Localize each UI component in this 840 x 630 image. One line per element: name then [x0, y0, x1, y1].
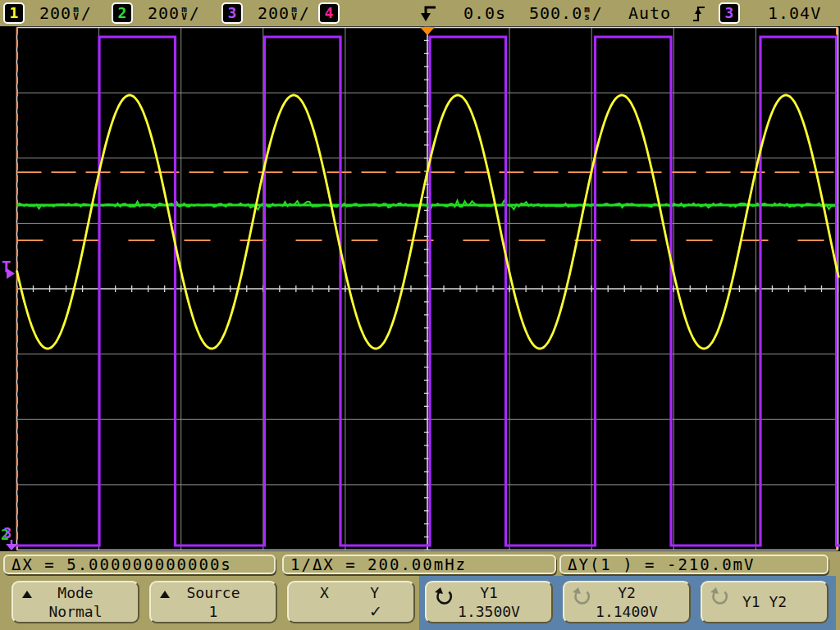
channel-4-badge: 4: [318, 2, 340, 24]
channel-1-scale-value: 200: [39, 3, 71, 23]
milli-volt-unit: mV: [73, 6, 80, 21]
channel-3-scale-value: 200: [258, 3, 290, 23]
channel-1-badge: 1: [3, 2, 25, 24]
y1-softkey[interactable]: Y1 1.3500V: [425, 581, 553, 623]
softkey-label: Source: [151, 584, 276, 601]
inv-delta-x-readout: 1/ΔX = 200.00mHz: [282, 555, 556, 574]
channel-3-badge: 3: [221, 2, 243, 24]
scope-display: T23: [0, 26, 840, 551]
svg-text:3: 3: [3, 525, 11, 541]
timebase-readout: 500.0ms/: [529, 0, 603, 26]
trigger-position-icon: [418, 4, 438, 25]
softkey-label: Y2: [564, 584, 689, 601]
per-div-slash: /: [299, 3, 310, 23]
delta-y-readout: ΔY(1 ) = -210.0mV: [559, 555, 829, 574]
check-icon: ✓: [369, 602, 382, 620]
per-div-slash: /: [81, 3, 92, 23]
timebase-value: 500.0: [529, 3, 582, 23]
y1y2-softkey[interactable]: Y1 Y2: [701, 581, 829, 623]
top-status-bar: 1 200mV/ 2 200mV/ 3 200mV/ 4 0.0s 500.0m…: [0, 0, 840, 26]
channel-1-scale: 200mV/: [39, 0, 92, 26]
trigger-rising-edge-icon: [692, 5, 705, 22]
per-div-slash: /: [189, 3, 200, 23]
channel-2-scale-value: 200: [148, 3, 180, 23]
milli-volt-unit: mV: [181, 6, 188, 21]
channel-2-scale: 200mV/: [148, 0, 200, 26]
y2-softkey[interactable]: Y2 1.1400V: [563, 581, 691, 623]
y-cursor-option: Y: [370, 584, 379, 601]
per-div-slash: /: [592, 3, 603, 23]
mode-softkey[interactable]: Mode Normal: [11, 581, 139, 623]
softkey-value: 1.1400V: [564, 603, 689, 620]
softkey-value: 1: [151, 603, 276, 620]
delay-readout: 0.0s: [463, 0, 506, 26]
delta-x-readout: ΔX = 5.000000000000s: [3, 555, 276, 574]
oscilloscope-screen: 1 200mV/ 2 200mV/ 3 200mV/ 4 0.0s 500.0m…: [0, 0, 840, 630]
x-cursor-option: X: [320, 584, 329, 601]
cursor-xy-softkey[interactable]: X Y ✓: [287, 581, 415, 623]
softkey-value: 1.3500V: [427, 603, 551, 620]
channel-2-badge: 2: [112, 2, 133, 24]
softkey-label: Mode: [13, 584, 138, 601]
trigger-source-badge: 3: [719, 2, 740, 24]
channel-3-scale: 200mV/: [258, 0, 310, 26]
milli-second-unit: ms: [584, 6, 591, 21]
milli-volt-unit: mV: [291, 6, 298, 21]
trigger-mode-readout: Auto: [628, 0, 671, 26]
source-softkey[interactable]: Source 1: [149, 581, 277, 623]
softkey-label: Y1: [427, 584, 551, 601]
trigger-level-readout: 1.04V: [768, 0, 821, 26]
softkey-label: Y1 Y2: [702, 593, 827, 610]
softkey-value: Normal: [13, 603, 138, 620]
